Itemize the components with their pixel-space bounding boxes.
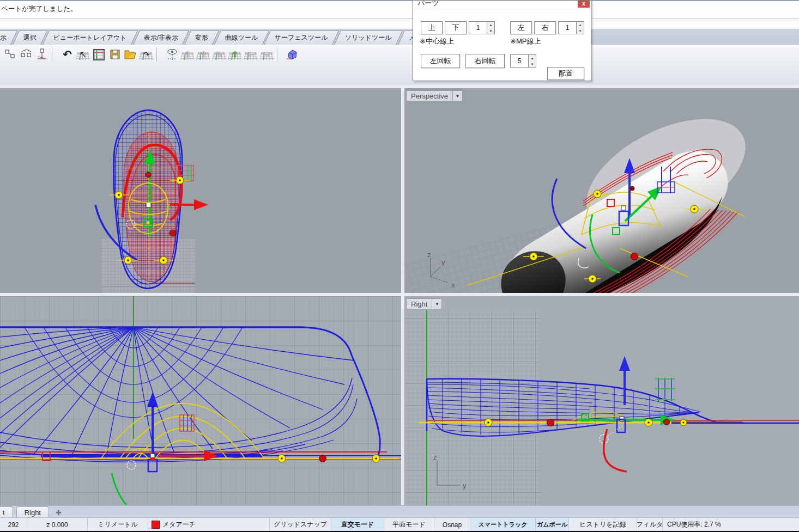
svg-text:y: y bbox=[441, 258, 445, 266]
spinner-arrows[interactable]: ▲▼ bbox=[576, 22, 584, 34]
spinner-arrows[interactable]: ▲▼ bbox=[528, 55, 536, 67]
up-button[interactable]: 上 bbox=[421, 21, 443, 34]
command-history-line: ペートが完了しました。 bbox=[1, 4, 77, 14]
status-bar: 292 z 0.000 ミリメートル メタアーチ グリッドスナップ 直交モード … bbox=[0, 517, 799, 531]
shaded-view-icon[interactable] bbox=[285, 47, 300, 62]
add-viewport-icon[interactable]: ✚ bbox=[49, 507, 68, 518]
left-button[interactable]: 左 bbox=[510, 21, 532, 34]
extrude-widget bbox=[655, 378, 675, 401]
rotate-left-button[interactable]: 左回転 bbox=[421, 54, 460, 68]
insert-knot-icon[interactable] bbox=[34, 47, 49, 62]
menu-tab-curve-tools[interactable]: 曲線ツール bbox=[214, 30, 269, 45]
viewport-tab-right[interactable]: Right bbox=[16, 506, 49, 518]
updown-step-spinner[interactable]: 1 ▲▼ bbox=[469, 21, 495, 34]
svg-text:y: y bbox=[463, 481, 467, 490]
cplane-rotate-right-icon[interactable]: ⇧ bbox=[228, 47, 243, 62]
viewport-right[interactable]: Right ▼ bbox=[404, 296, 799, 505]
camera-elevation-icon[interactable] bbox=[165, 47, 179, 62]
cplane-up-icon[interactable]: ⇧ bbox=[196, 47, 211, 62]
menu-tab-show-hide[interactable]: 表示/非表示 bbox=[132, 30, 189, 45]
spinner-arrows[interactable]: ▲▼ bbox=[487, 22, 494, 34]
viewport-top[interactable] bbox=[0, 88, 401, 293]
viewport-front[interactable] bbox=[0, 296, 401, 505]
filter-toggle[interactable]: フィルタ bbox=[637, 518, 663, 531]
cplane-rotate-left-icon[interactable]: ⇧ bbox=[212, 47, 227, 62]
save-cplane-icon[interactable] bbox=[107, 47, 122, 62]
toolbar-separator bbox=[277, 47, 282, 62]
rhino-window: ペートが完了しました。 示 選択 ビューポートレイアウト 表示/非表示 変形 曲… bbox=[0, 0, 799, 532]
grid-toggle-icon[interactable] bbox=[92, 47, 106, 62]
cplane-next-icon[interactable]: ⇦ bbox=[244, 47, 258, 62]
edit-points-icon[interactable] bbox=[3, 47, 17, 62]
right-button[interactable]: 右 bbox=[534, 21, 556, 34]
parts-dialog-titlebar[interactable]: パーツ x bbox=[413, 1, 591, 9]
viewport-area: Perspective ▼ bbox=[0, 85, 799, 505]
menu-tab-solid-tools[interactable]: ソリッドツール bbox=[334, 30, 403, 45]
coordinate-x: 292 bbox=[0, 518, 27, 531]
points-on-icon[interactable] bbox=[19, 47, 33, 62]
command-divider bbox=[0, 18, 799, 19]
open-folder-icon[interactable] bbox=[123, 47, 138, 62]
units-display[interactable]: ミリメートル bbox=[88, 518, 148, 531]
layer-color-swatch[interactable] bbox=[152, 521, 160, 529]
coordinate-z: z 0.000 bbox=[27, 518, 88, 531]
cplane-select-icon[interactable]: ↖ bbox=[76, 47, 90, 62]
parts-dialog-title: パーツ bbox=[417, 1, 439, 8]
svg-text:x: x bbox=[451, 281, 455, 289]
chevron-down-icon[interactable]: ▼ bbox=[453, 90, 463, 101]
grid-snap-toggle[interactable]: グリッドスナップ bbox=[270, 518, 331, 531]
down-button[interactable]: 下 bbox=[445, 21, 467, 34]
viewport-perspective-label[interactable]: Perspective ▼ bbox=[406, 90, 463, 101]
rotate-step-spinner[interactable]: 5 ▲▼ bbox=[510, 54, 536, 68]
viewport-tab-bar: t Right ✚ bbox=[0, 505, 799, 518]
menu-tab-henkei[interactable]: 変形 bbox=[184, 30, 219, 45]
svg-text:z: z bbox=[427, 250, 431, 259]
rotate-view-icon[interactable]: ↷ bbox=[139, 47, 154, 62]
center-line-note: ※中心線上 bbox=[420, 36, 454, 46]
record-history-toggle[interactable]: ヒストリを記録 bbox=[569, 518, 637, 531]
viewport-perspective[interactable]: Perspective ▼ bbox=[404, 88, 799, 293]
undo-icon[interactable]: ↶ bbox=[60, 47, 75, 62]
viewport-tab-front[interactable]: t bbox=[0, 506, 13, 518]
close-icon[interactable]: x bbox=[578, 1, 590, 8]
svg-text:z: z bbox=[433, 453, 437, 461]
ortho-toggle[interactable]: 直交モード bbox=[331, 518, 384, 531]
menu-tab-viewport-layout[interactable]: ビューポートレイアウト bbox=[43, 30, 138, 45]
menu-tab-sentaku[interactable]: 選択 bbox=[13, 30, 47, 45]
mp-line-note: ※MP線上 bbox=[510, 36, 541, 46]
leftright-step-spinner[interactable]: 1 ▲▼ bbox=[558, 21, 584, 34]
command-history[interactable]: ペートが完了しました。 bbox=[0, 0, 799, 30]
smarttrack-toggle[interactable]: スマートトラック bbox=[470, 518, 536, 531]
osnap-toggle[interactable]: Osnap bbox=[434, 518, 470, 531]
cpu-usage: CPU使用率: 2.7 % bbox=[663, 518, 799, 531]
toolbar: ↶ ↖ ↷ ⇩ ⇧ ⇧ ⇧ ⇦ ⇨ bbox=[0, 45, 799, 85]
chevron-down-icon[interactable]: ▼ bbox=[432, 298, 442, 309]
menu-tab-bar: 示 選択 ビューポートレイアウト 表示/非表示 変形 曲線ツール サーフェスツー… bbox=[0, 29, 799, 45]
menu-tab-surface-tools[interactable]: サーフェスツール bbox=[264, 30, 339, 45]
toolbar-separator bbox=[52, 47, 57, 62]
viewport-right-label[interactable]: Right ▼ bbox=[406, 298, 442, 309]
cplane-down-icon[interactable]: ⇩ bbox=[180, 47, 195, 62]
layer-display[interactable]: メタアーチ bbox=[148, 518, 270, 531]
rotate-right-button[interactable]: 右回転 bbox=[465, 54, 505, 68]
gumball-toggle[interactable]: ガムボール bbox=[536, 518, 569, 531]
place-button[interactable]: 配置 bbox=[547, 67, 584, 80]
toolbar-separator bbox=[156, 47, 162, 62]
parts-dialog[interactable]: パーツ x 上 下 1 ▲▼ 左 右 1 ▲▼ ※中心線上 ※MP線上 左回転 … bbox=[413, 0, 591, 81]
planar-toggle[interactable]: 平面モード bbox=[384, 518, 434, 531]
cplane-previous-icon[interactable]: ⇨ bbox=[259, 47, 274, 62]
